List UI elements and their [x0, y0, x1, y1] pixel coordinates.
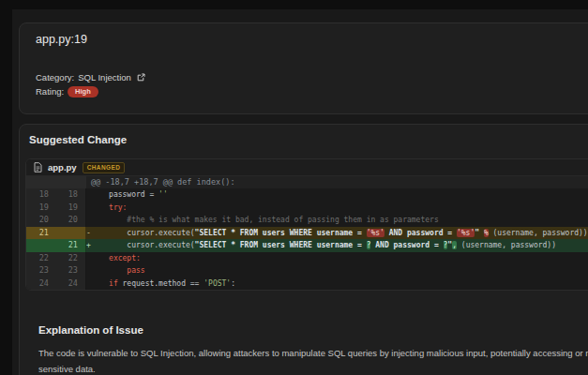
new-line-number: 18 [56, 188, 86, 202]
diff-row: 1919 try: [26, 202, 588, 215]
new-line-number: 24 [56, 278, 86, 291]
hunk-header-row: @@ -18,7 +18,7 @@ def index(): [26, 176, 588, 188]
old-line-number: 19 [26, 202, 56, 215]
file-name: app.py [48, 162, 77, 172]
finding-meta: Category: SQL Injection Rating: High [36, 70, 588, 98]
explanation-section: Explanation of Issue The code is vulnera… [25, 323, 588, 375]
new-line-number: 21 [56, 239, 86, 252]
old-line-number: 20 [26, 214, 56, 227]
suggested-change-card: Suggested Change app.py CHANGED @@ -18,7… [19, 124, 588, 375]
diff-row: 2222 except: [26, 252, 588, 265]
diff-row: 21- cursor.execute("SELECT * FROM users … [26, 227, 588, 240]
old-line-number [26, 239, 56, 252]
explanation-text-line: sensitive data. [38, 361, 588, 375]
content-panel: app.py:19 Category: SQL Injection Rating… [12, 9, 588, 375]
new-line-number: 20 [56, 214, 86, 227]
code-line: - cursor.execute("SELECT * FROM users WH… [86, 227, 588, 240]
rating-row: Rating: High [36, 84, 588, 98]
diff-row: 1818 password = '' [26, 188, 588, 202]
code-line: try: [86, 202, 588, 215]
code-line: + cursor.execute("SELECT * FROM users WH… [86, 239, 588, 252]
hunk-header-text: @@ -18,7 +18,7 @@ def index(): [86, 176, 588, 188]
rating-high-badge: High [68, 86, 98, 98]
diff-viewer: app.py CHANGED @@ -18,7 +18,7 @@ def ind… [25, 158, 588, 291]
code-line: #the % is what makes it bad, instead of … [86, 214, 588, 227]
diff-row: 2424 if request.method == 'POST': [26, 278, 588, 291]
code-line: pass [86, 264, 588, 278]
code-line: password = '' [86, 188, 588, 202]
new-line-number: 23 [56, 264, 86, 278]
category-value: SQL Injection [78, 70, 131, 84]
code-line: if request.method == 'POST': [86, 278, 588, 291]
diff-row: 2020 #the % is what makes it bad, instea… [26, 214, 588, 227]
finding-title: app.py:19 [36, 33, 588, 47]
old-line-number: 23 [26, 264, 56, 278]
diff-row: 2323 pass [26, 264, 588, 278]
explanation-heading: Explanation of Issue [38, 323, 588, 337]
category-label: Category: [36, 70, 74, 84]
old-line-number: 21 [26, 227, 56, 240]
new-line-number: 19 [56, 202, 86, 215]
diff-rows: 1818 password = ''1919 try:2020 #the % i… [26, 188, 588, 290]
diff-file-header[interactable]: app.py CHANGED [26, 159, 588, 176]
new-line-number: 22 [56, 252, 86, 265]
suggested-change-heading: Suggested Change [29, 133, 588, 146]
old-line-number: 18 [26, 188, 56, 202]
page-background: app.py:19 Category: SQL Injection Rating… [0, 0, 588, 375]
rating-label: Rating: [36, 84, 64, 98]
finding-card: app.py:19 Category: SQL Injection Rating… [19, 22, 588, 114]
file-icon [34, 162, 42, 172]
old-line-number: 24 [26, 278, 56, 291]
old-line-number: 22 [26, 252, 56, 265]
changed-badge: CHANGED [83, 162, 126, 173]
hunk-gutter-spacer [26, 176, 86, 188]
new-line-number [56, 227, 86, 240]
diff-row: 21+ cursor.execute("SELECT * FROM users … [26, 239, 588, 252]
external-link-icon[interactable] [137, 73, 145, 82]
explanation-text-line: The code is vulnerable to SQL Injection,… [38, 345, 588, 361]
category-row: Category: SQL Injection [36, 70, 588, 84]
code-line: except: [86, 252, 588, 265]
